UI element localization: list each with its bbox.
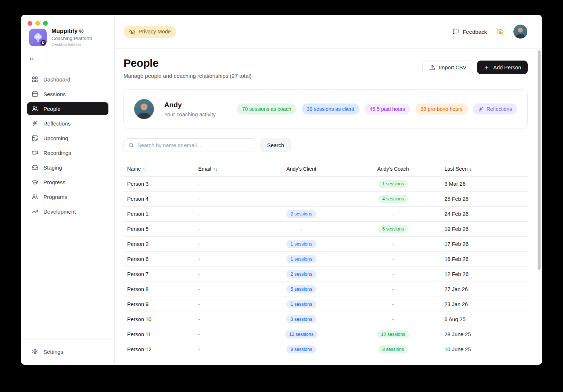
sidebar-item-label: Sessions — [43, 91, 66, 97]
sidebar-item-label: Development — [43, 208, 76, 215]
person-name-cell: Person 9 — [123, 297, 195, 312]
activity-badge: 70 sessions as coach — [237, 104, 297, 115]
activity-badge[interactable]: Reflections — [473, 104, 517, 115]
search-input[interactable] — [137, 142, 251, 148]
table-row[interactable]: Person 7-2 sessions-12 Feb 26 — [123, 266, 528, 282]
plus-icon — [484, 65, 490, 70]
activity-badges: 70 sessions as coach39 sessions as clien… — [237, 104, 517, 115]
table-row[interactable]: Person 9-1 sessions-23 Jan 26 — [123, 297, 528, 312]
activity-badge-label: 28 pro-bono hours — [420, 106, 462, 112]
table-row[interactable]: Person 2-1 sessions-17 Feb 26 — [123, 236, 528, 251]
column-header-name[interactable]: Name↑↓ — [123, 161, 195, 176]
sidebar-item-label: Recordings — [43, 150, 71, 156]
privacy-eye-toggle[interactable] — [496, 28, 504, 35]
user-avatar[interactable] — [513, 25, 527, 39]
app-subtitle: Coaching Platform — [51, 36, 92, 41]
page-head-text: People Manage people and coaching relati… — [123, 57, 252, 79]
last-seen-cell: 17 Feb 26 — [441, 236, 528, 251]
minimize-window-button[interactable] — [35, 21, 40, 26]
calendar-icon — [32, 91, 38, 97]
inbox-icon — [32, 164, 38, 171]
last-seen-cell: 27 Jan 26 — [441, 282, 528, 297]
close-window-button[interactable] — [28, 21, 32, 26]
sidebar-item-staging[interactable]: Staging — [27, 161, 108, 174]
column-header-andy-s-client[interactable]: Andy's Client — [257, 161, 345, 176]
last-seen-cell: 3 Mar 26 — [441, 176, 528, 191]
client-sessions-cell: 5 sessions — [257, 282, 345, 297]
search-button[interactable]: Search — [260, 138, 291, 152]
feedback-button[interactable]: Feedback — [452, 28, 487, 35]
column-label: Name — [127, 166, 141, 172]
sidebar-item-label: Staging — [43, 164, 62, 171]
person-name-cell: Person 3 — [123, 176, 195, 191]
last-seen-cell: 12 Feb 26 — [441, 266, 528, 282]
client-sessions-cell: - — [257, 221, 345, 236]
coaching-activity-card: Andy Your coaching activity 70 sessions … — [123, 89, 528, 129]
sidebar-item-progress[interactable]: Progress — [27, 175, 108, 189]
privacy-mode-badge[interactable]: Privacy Mode — [123, 26, 176, 38]
sidebar-item-recordings[interactable]: Recordings — [27, 146, 108, 159]
trending-up-icon — [32, 208, 38, 215]
people-icon — [32, 105, 38, 112]
column-header-andy-s-coach[interactable]: Andy's Coach — [345, 161, 441, 176]
sidebar-collapse-button[interactable]: « — [30, 55, 37, 62]
sidebar-item-development[interactable]: Development — [27, 205, 108, 218]
table-row[interactable]: Person 10-3 sessions-6 Aug 25 — [123, 312, 528, 327]
table-row[interactable]: Person 8-5 sessions-27 Jan 26 — [123, 282, 528, 297]
sparkles-icon — [478, 106, 484, 112]
person-name-cell: Person 1 — [123, 206, 195, 221]
sidebar-item-upcoming[interactable]: Upcoming — [27, 131, 108, 145]
sidebar-item-reflections[interactable]: Reflections — [27, 117, 108, 130]
add-person-label: Add Person — [493, 65, 521, 70]
page-actions: Import CSV Add Person — [422, 61, 528, 74]
table-row[interactable]: Person 6-1 sessions-16 Feb 26 — [123, 251, 528, 266]
activity-badge: 28 pro-bono hours — [415, 104, 467, 115]
column-label: Last Seen — [444, 166, 467, 172]
coach-sessions-cell: - — [345, 297, 441, 312]
sidebar-nav: DashboardSessionsPeopleReflectionsUpcomi… — [21, 73, 114, 218]
table-row[interactable]: Person 1-2 sessions-24 Feb 26 — [123, 206, 528, 221]
empty-value: - — [198, 256, 200, 262]
sidebar-item-label: Reflections — [43, 120, 71, 127]
client-sessions-cell: - — [257, 176, 345, 191]
coach-sessions-cell: - — [345, 312, 441, 327]
dashboard-icon — [32, 76, 38, 83]
sidebar-item-settings[interactable]: Settings — [27, 345, 108, 358]
sidebar-item-people[interactable]: People — [27, 102, 108, 115]
column-header-email[interactable]: Email↑↓ — [195, 161, 258, 176]
empty-value: - — [198, 211, 200, 217]
sidebar-item-programs[interactable]: Programs — [27, 190, 108, 203]
sidebar-item-dashboard[interactable]: Dashboard — [27, 73, 108, 86]
search-icon — [128, 142, 134, 148]
table-row[interactable]: Person 11-12 sessions10 sessions28 June … — [123, 327, 528, 342]
add-person-button[interactable]: Add Person — [477, 61, 528, 74]
import-csv-button[interactable]: Import CSV — [422, 61, 473, 74]
last-seen-cell: 23 Jan 26 — [441, 297, 528, 312]
person-name-cell: Person 2 — [123, 236, 195, 251]
table-row[interactable]: Person 4--4 sessions25 Feb 26 — [123, 191, 528, 206]
column-header-last-seen[interactable]: Last Seen↓ — [441, 161, 528, 176]
last-seen-cell: 24 Feb 26 — [441, 206, 528, 221]
desktop-background: D Muppitify ® Coaching Platform Desktop … — [0, 0, 563, 392]
sort-indicator-icon: ↑↓ — [143, 167, 147, 172]
client-sessions-badge: 5 sessions — [286, 285, 316, 293]
empty-value: - — [198, 346, 200, 352]
app-name: Muppitify ® — [51, 28, 92, 35]
sidebar-item-sessions[interactable]: Sessions — [27, 87, 108, 101]
client-sessions-cell: 8 sessions — [257, 342, 345, 357]
table-row[interactable]: Person 5--6 sessions19 Feb 26 — [123, 221, 528, 236]
table-row[interactable]: Person 12-8 sessions8 sessions10 June 25 — [123, 342, 528, 357]
activity-badge: 39 sessions as client — [302, 104, 359, 115]
page-subtitle: Manage people and coaching relationships… — [123, 73, 252, 79]
profile-info: Andy Your coaching activity — [164, 101, 216, 117]
person-name-cell: Person 10 — [123, 312, 195, 327]
person-name-cell: Person 8 — [123, 282, 195, 297]
table-row[interactable]: Person 3--1 sessions3 Mar 26 — [123, 176, 528, 191]
empty-value: - — [198, 301, 200, 307]
client-sessions-badge: 12 sessions — [285, 330, 318, 338]
last-seen-cell: 28 June 25 — [441, 327, 528, 342]
vertical-scrollbar[interactable] — [538, 50, 541, 270]
client-sessions-cell: 2 sessions — [257, 266, 345, 282]
zoom-window-button[interactable] — [43, 21, 48, 26]
empty-value: - — [392, 271, 394, 277]
